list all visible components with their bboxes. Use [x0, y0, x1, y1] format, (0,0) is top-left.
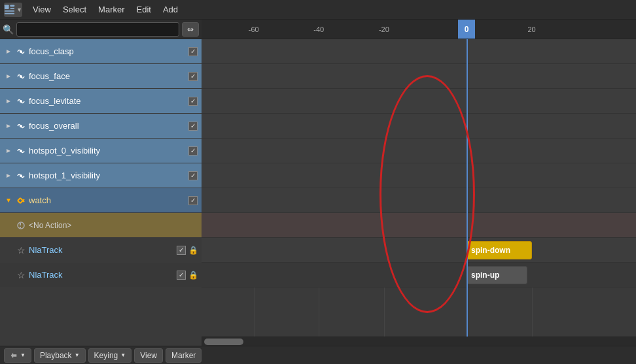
- track-row-nla-1[interactable]: ☆ NlaTrack 🔒: [0, 238, 202, 263]
- svg-rect-4: [5, 12, 14, 14]
- time-label-40: -40: [313, 25, 324, 33]
- svg-rect-24: [20, 227, 21, 228]
- track-checkbox-focus-levitate[interactable]: [188, 97, 198, 106]
- marker-btn[interactable]: Marker: [166, 348, 202, 363]
- search-bar: 🔍 ⇔: [0, 20, 202, 39]
- scrollbar-thumb[interactable]: [204, 339, 243, 345]
- swap-button[interactable]: ⇔: [182, 22, 199, 37]
- track-icon-hotspot-0-visibility: [16, 146, 26, 156]
- view-btn[interactable]: View: [134, 348, 163, 363]
- keying-chevron: ▼: [120, 352, 126, 358]
- timeline-row-focus-face: [202, 64, 636, 89]
- track-name-focus-levitate: focus_levitate: [29, 96, 186, 106]
- lock-icon-1[interactable]: 🔒: [188, 246, 198, 255]
- keying-btn[interactable]: Keying ▼: [88, 348, 132, 363]
- marker-label: Marker: [171, 351, 196, 360]
- track-checkbox-focus-overall[interactable]: [188, 122, 198, 131]
- svg-marker-15: [7, 174, 10, 178]
- svg-marker-9: [7, 99, 10, 103]
- timeline-numbers: -60 -40 -20 0 20: [202, 20, 636, 39]
- timeline-row-nla-2: spin-up: [202, 263, 636, 288]
- track-icon-focus-clasp: [16, 46, 26, 57]
- svg-rect-1: [10, 5, 14, 7]
- timeline-row-focus-levitate: [202, 89, 636, 114]
- track-checkbox-watch[interactable]: [188, 196, 198, 205]
- expand-focus-overall[interactable]: [4, 122, 13, 131]
- track-checkbox-focus-face[interactable]: [188, 72, 198, 81]
- playback-btn[interactable]: Playback ▼: [34, 348, 86, 363]
- svg-point-12: [20, 125, 22, 127]
- track-checkbox-focus-clasp[interactable]: [188, 47, 198, 56]
- view-label: View: [140, 351, 157, 360]
- timeline-row-focus-clasp: [202, 39, 636, 64]
- nla-star-icon-1: ☆: [16, 245, 26, 256]
- timeline-row-hotspot-0: [202, 139, 636, 163]
- playback-chevron: ▼: [75, 352, 80, 358]
- svg-marker-13: [7, 149, 10, 153]
- nla-clip-spin-down[interactable]: spin-down: [467, 241, 532, 259]
- track-name-focus-clasp: focus_clasp: [29, 46, 186, 56]
- timeline-row-no-action: [202, 213, 636, 238]
- nav-icon-btn[interactable]: ▼: [4, 348, 31, 363]
- track-icon-focus-levitate: [16, 96, 26, 107]
- menu-bar: ▼ View Select Marker Edit Add: [0, 0, 636, 20]
- track-icon-focus-overall: [16, 121, 26, 131]
- menu-add[interactable]: Add: [158, 3, 183, 16]
- search-input[interactable]: [16, 22, 179, 37]
- track-row-no-action[interactable]: <No Action>: [0, 213, 202, 238]
- track-name-nla-1: NlaTrack: [29, 245, 174, 255]
- svg-point-6: [20, 50, 22, 53]
- track-row-focus-clasp[interactable]: focus_clasp: [0, 39, 202, 64]
- menu-marker[interactable]: Marker: [93, 3, 130, 16]
- track-row-nla-2[interactable]: ☆ NlaTrack 🔒: [0, 263, 202, 288]
- main-area: 🔍 ⇔ focus_clasp: [0, 20, 636, 346]
- timeline-tracks[interactable]: spin-down spin-up: [202, 39, 636, 337]
- menu-select[interactable]: Select: [58, 3, 92, 16]
- timeline-header[interactable]: -60 -40 -20 0 20: [202, 20, 636, 39]
- bottom-bar: ▼ Playback ▼ Keying ▼ View Marker: [0, 346, 636, 364]
- track-name-hotspot-1-visibility: hotspot_1_visibility: [29, 171, 186, 180]
- track-row-hotspot-1-visibility[interactable]: hotspot_1_visibility: [0, 163, 202, 188]
- svg-point-10: [20, 100, 22, 103]
- expand-focus-face[interactable]: [4, 72, 13, 81]
- svg-marker-25: [11, 352, 17, 358]
- track-checkbox-nla-2[interactable]: [177, 271, 186, 280]
- track-icon-no-action: [16, 220, 26, 231]
- menu-edit[interactable]: Edit: [132, 3, 156, 16]
- track-row-focus-face[interactable]: focus_face: [0, 64, 202, 89]
- track-row-focus-levitate[interactable]: focus_levitate: [0, 89, 202, 114]
- track-name-nla-2: NlaTrack: [29, 270, 174, 280]
- track-row-hotspot-0-visibility[interactable]: hotspot_0_visibility: [0, 139, 202, 163]
- track-row-watch[interactable]: watch: [0, 188, 202, 213]
- menu-view[interactable]: View: [27, 3, 56, 16]
- expand-focus-levitate[interactable]: [4, 97, 13, 106]
- track-name-no-action: <No Action>: [29, 221, 198, 230]
- search-icon: 🔍: [3, 24, 14, 35]
- expand-watch[interactable]: [4, 196, 13, 205]
- svg-rect-0: [5, 5, 9, 9]
- track-checkbox-hotspot-1-visibility[interactable]: [188, 171, 198, 180]
- svg-marker-5: [7, 50, 10, 54]
- svg-point-14: [20, 150, 22, 152]
- track-icon-hotspot-1-visibility: [16, 171, 26, 181]
- nav-icon: [10, 352, 18, 359]
- lock-icon-2[interactable]: 🔒: [188, 271, 198, 280]
- svg-point-16: [20, 174, 22, 177]
- tracks-container: focus_clasp focus_face: [0, 39, 202, 346]
- playhead-line: [467, 39, 468, 337]
- expand-hotspot-0-visibility[interactable]: [4, 146, 13, 156]
- track-checkbox-hotspot-0-visibility[interactable]: [188, 146, 198, 156]
- track-row-focus-overall[interactable]: focus_overall: [0, 114, 202, 139]
- keying-label: Keying: [94, 351, 118, 360]
- expand-hotspot-1-visibility[interactable]: [4, 171, 13, 180]
- nla-clip-spin-up[interactable]: spin-up: [467, 266, 527, 284]
- track-name-hotspot-0-visibility: hotspot_0_visibility: [29, 146, 186, 156]
- app-icon[interactable]: ▼: [4, 3, 22, 17]
- current-frame-display: 0: [458, 20, 475, 39]
- track-checkbox-nla-1[interactable]: [177, 246, 186, 255]
- nav-icon-chevron: ▼: [20, 352, 26, 358]
- track-list: 🔍 ⇔ focus_clasp: [0, 20, 202, 346]
- expand-focus-clasp[interactable]: [4, 47, 13, 56]
- svg-marker-11: [7, 124, 10, 128]
- svg-marker-7: [7, 74, 10, 78]
